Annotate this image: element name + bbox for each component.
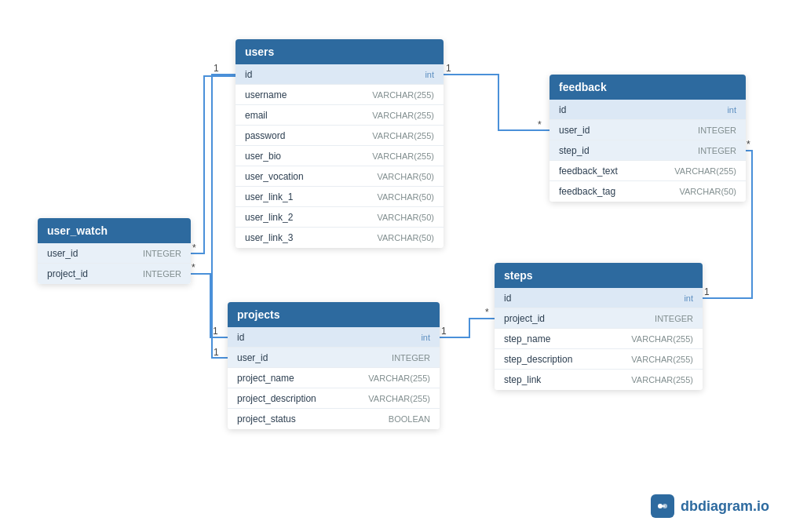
table-row: step_description VARCHAR(255) bbox=[495, 349, 703, 370]
logo-text: dbdiagram.io bbox=[681, 498, 769, 515]
svg-text:*: * bbox=[747, 139, 750, 150]
table-row: project_id INTEGER bbox=[495, 308, 703, 329]
users-table-body: id int username VARCHAR(255) email VARCH… bbox=[236, 64, 444, 248]
table-row: step_link VARCHAR(255) bbox=[495, 370, 703, 390]
feedback-table: feedback id int user_id INTEGER step_id … bbox=[550, 75, 746, 202]
user-watch-table-header: user_watch bbox=[38, 218, 191, 243]
table-row: username VARCHAR(255) bbox=[236, 85, 444, 105]
projects-table-body: id int user_id INTEGER project_name VARC… bbox=[228, 327, 440, 429]
table-row: project_description VARCHAR(255) bbox=[228, 388, 440, 409]
projects-table: projects id int user_id INTEGER project_… bbox=[228, 302, 440, 429]
projects-table-header: projects bbox=[228, 302, 440, 327]
table-row: user_bio VARCHAR(255) bbox=[236, 146, 444, 166]
table-row: id int bbox=[550, 100, 746, 120]
table-row: user_link_2 VARCHAR(50) bbox=[236, 207, 444, 228]
svg-text:*: * bbox=[192, 242, 196, 253]
users-table-header: users bbox=[236, 39, 444, 64]
table-row: user_id INTEGER bbox=[38, 243, 191, 264]
users-table: users id int username VARCHAR(255) email… bbox=[236, 39, 444, 248]
svg-text:1: 1 bbox=[704, 286, 710, 297]
table-row: id int bbox=[236, 64, 444, 85]
table-row: feedback_text VARCHAR(255) bbox=[550, 161, 746, 181]
svg-text:1: 1 bbox=[441, 326, 447, 337]
table-row: user_vocation VARCHAR(50) bbox=[236, 166, 444, 187]
table-row: password VARCHAR(255) bbox=[236, 126, 444, 146]
steps-table-header: steps bbox=[495, 263, 703, 288]
svg-text:*: * bbox=[485, 307, 489, 318]
table-row: step_id INTEGER bbox=[550, 140, 746, 161]
table-row: project_status BOOLEAN bbox=[228, 409, 440, 429]
svg-text:1: 1 bbox=[214, 347, 219, 358]
steps-table-body: id int project_id INTEGER step_name VARC… bbox=[495, 288, 703, 390]
logo-area: dbdiagram.io bbox=[651, 494, 769, 518]
logo-icon bbox=[651, 494, 674, 518]
table-row: project_name VARCHAR(255) bbox=[228, 368, 440, 388]
svg-text:1: 1 bbox=[213, 326, 218, 337]
svg-text:*: * bbox=[538, 119, 542, 130]
diagram-container: 1*11**11*1* users id int username VARCHA… bbox=[0, 0, 785, 532]
feedback-table-body: id int user_id INTEGER step_id INTEGER f… bbox=[550, 100, 746, 202]
table-row: email VARCHAR(255) bbox=[236, 105, 444, 126]
table-row: user_link_3 VARCHAR(50) bbox=[236, 228, 444, 248]
svg-text:1: 1 bbox=[214, 63, 219, 74]
table-row: id int bbox=[228, 327, 440, 348]
svg-text:1: 1 bbox=[446, 63, 451, 74]
table-row: project_id INTEGER bbox=[38, 264, 191, 284]
table-row: id int bbox=[495, 288, 703, 308]
svg-text:*: * bbox=[192, 262, 195, 273]
table-row: step_name VARCHAR(255) bbox=[495, 329, 703, 349]
feedback-table-header: feedback bbox=[550, 75, 746, 100]
table-row: user_id INTEGER bbox=[228, 348, 440, 368]
steps-table: steps id int project_id INTEGER step_nam… bbox=[495, 263, 703, 390]
table-row: user_link_1 VARCHAR(50) bbox=[236, 187, 444, 207]
user-watch-table-body: user_id INTEGER project_id INTEGER bbox=[38, 243, 191, 284]
table-row: feedback_tag VARCHAR(50) bbox=[550, 181, 746, 202]
table-row: user_id INTEGER bbox=[550, 120, 746, 140]
user-watch-table: user_watch user_id INTEGER project_id IN… bbox=[38, 218, 191, 284]
